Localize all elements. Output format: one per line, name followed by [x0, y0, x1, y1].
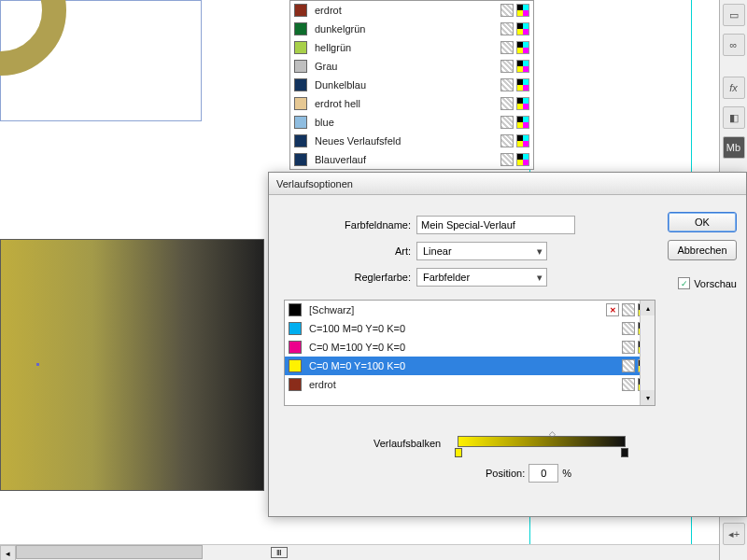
not-editable-icon: ✕	[606, 303, 619, 316]
swatch-label: Dunkelblau	[315, 79, 498, 91]
swatch-row[interactable]: Blauverlauf	[290, 150, 533, 169]
swatch-label: hellgrün	[315, 42, 498, 53]
list-item[interactable]: C=0 M=100 Y=0 K=0	[285, 338, 655, 357]
gradient-options-dialog: Verlaufsoptionen Farbfeldname: Art: Line…	[268, 172, 747, 517]
swatch-color-icon	[294, 60, 307, 73]
stopcolor-label: Reglerfarbe:	[325, 272, 411, 283]
horizontal-scrollbar[interactable]: ◂ Ⅲ	[0, 544, 719, 560]
swatch-label: blue	[315, 117, 498, 128]
swatch-color-icon	[294, 97, 307, 110]
ok-button[interactable]: OK	[668, 212, 737, 232]
list-item[interactable]: C=100 M=0 Y=0 K=0	[285, 319, 655, 338]
swatch-cmyk-icon	[516, 134, 529, 147]
swatch-mode-icon	[622, 341, 635, 354]
swatch-label: C=0 M=100 Y=0 K=0	[309, 342, 619, 353]
scroll-down-icon[interactable]: ▾	[641, 390, 655, 405]
object-styles-icon[interactable]: ◧	[723, 106, 745, 129]
stopcolor-value: Farbfelder	[423, 272, 470, 283]
page-indicator-icon[interactable]: Ⅲ	[271, 547, 288, 558]
fx-icon[interactable]: fx	[723, 77, 745, 99]
swatch-row[interactable]: erdrot	[290, 1, 533, 20]
swatch-mode-icon	[500, 134, 514, 147]
gradient-ramp[interactable]: ◇	[458, 436, 626, 447]
swatch-mode-icon	[500, 60, 514, 73]
swatch-cmyk-icon	[516, 41, 529, 54]
swatch-cmyk-icon	[516, 4, 529, 17]
swatch-row[interactable]: erdrot hell	[290, 94, 533, 113]
list-item[interactable]: erdrot	[285, 375, 655, 394]
swatch-color-icon	[289, 322, 302, 335]
type-value: Linear	[423, 245, 452, 257]
swatch-color-icon	[294, 153, 307, 166]
swatch-label: Neues Verlaufsfeld	[315, 135, 498, 147]
swatch-cmyk-icon	[516, 116, 529, 129]
swatch-cmyk-icon	[516, 153, 529, 166]
stop-swatch-list: [Schwarz] ✕ C=100 M=0 Y=0 K=0 C=0 M=100 …	[284, 300, 655, 406]
swatch-mode-icon	[500, 78, 514, 91]
swatch-label: erdrot hell	[315, 98, 498, 109]
swatch-color-icon	[289, 359, 302, 372]
fieldname-input[interactable]	[416, 216, 575, 234]
scroll-thumb[interactable]	[16, 545, 203, 559]
mb-icon[interactable]: Mb	[723, 136, 745, 159]
links-icon[interactable]: ∞	[723, 34, 745, 56]
swatch-mode-icon	[500, 116, 514, 129]
swatch-row[interactable]: dunkelgrün	[290, 20, 533, 38]
position-label: Position:	[486, 468, 525, 479]
swatch-row[interactable]: Grau	[290, 57, 533, 76]
type-select[interactable]: Linear	[416, 242, 547, 260]
swatch-color-icon	[294, 134, 307, 147]
expand-panel-icon[interactable]: ◂+	[723, 523, 745, 545]
scroll-up-icon[interactable]: ▴	[641, 301, 655, 315]
scrollbar[interactable]: ▴ ▾	[640, 301, 655, 405]
swatch-color-icon	[294, 116, 307, 129]
ramp-label: Verlaufsbalken	[374, 438, 441, 449]
preview-label: Vorschau	[694, 278, 737, 289]
swatch-cmyk-icon	[516, 22, 529, 35]
swatch-mode-icon	[622, 378, 635, 391]
swatch-label: erdrot	[315, 5, 498, 16]
swatch-cmyk-icon	[516, 60, 529, 73]
swatch-row[interactable]: blue	[290, 113, 533, 132]
swatch-label: Blauverlauf	[315, 154, 498, 165]
swatch-mode-icon	[622, 303, 635, 316]
swatch-label: dunkelgrün	[315, 23, 498, 35]
swatch-mode-icon	[500, 41, 514, 54]
list-item[interactable]: [Schwarz] ✕	[285, 301, 655, 319]
cancel-button[interactable]: Abbrechen	[668, 240, 737, 260]
swatch-cmyk-icon	[516, 78, 529, 91]
position-unit: %	[562, 468, 571, 479]
stopcolor-select[interactable]: Farbfelder	[416, 268, 547, 287]
swatch-cmyk-icon	[516, 97, 529, 110]
checkbox-icon: ✓	[678, 277, 690, 289]
position-input[interactable]	[529, 464, 558, 483]
swatch-color-icon	[289, 303, 302, 316]
swatch-row[interactable]: Neues Verlaufsfeld	[290, 132, 533, 150]
swatch-color-icon	[294, 41, 307, 54]
swatch-mode-icon	[500, 153, 514, 166]
swatches-panel: erdrot dunkelgrün hellgrün Grau Dunkelbl…	[289, 0, 534, 170]
gradient-preview-shape[interactable]	[0, 239, 264, 491]
dialog-title: Verlaufsoptionen	[269, 173, 746, 195]
swatch-color-icon	[294, 4, 307, 17]
midpoint-diamond-icon[interactable]: ◇	[549, 429, 556, 439]
swatch-row[interactable]: hellgrün	[290, 38, 533, 57]
list-item[interactable]: C=0 M=0 Y=100 K=0	[285, 357, 655, 375]
type-label: Art:	[325, 245, 411, 257]
scroll-left-icon[interactable]: ◂	[0, 545, 16, 560]
gradient-stop-right[interactable]	[621, 448, 628, 457]
swatch-color-icon	[289, 341, 302, 354]
swatch-mode-icon	[500, 22, 514, 35]
swatch-row[interactable]: Dunkelblau	[290, 76, 533, 94]
swatch-label: [Schwarz]	[309, 304, 603, 315]
swatch-color-icon	[289, 378, 302, 391]
swatch-label: C=0 M=0 Y=100 K=0	[309, 360, 619, 371]
gradient-stop-left[interactable]	[455, 448, 462, 457]
swatch-mode-icon	[500, 97, 514, 110]
swatch-mode-icon	[500, 4, 514, 17]
swatch-mode-icon	[622, 359, 635, 372]
swatch-mode-icon	[622, 322, 635, 335]
preview-checkbox[interactable]: ✓ Vorschau	[678, 277, 737, 289]
swatch-color-icon	[294, 22, 307, 35]
panel-icon[interactable]: ▭	[723, 4, 745, 26]
